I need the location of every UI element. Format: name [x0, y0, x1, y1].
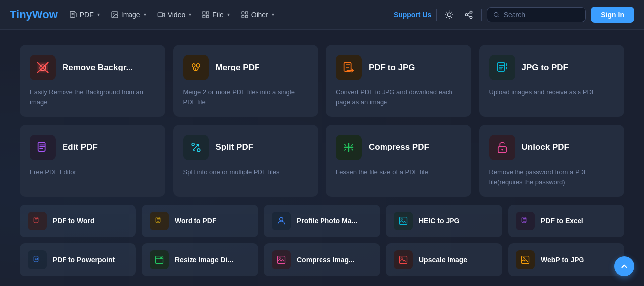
card-heic-to-jpg[interactable]: HEIC to JPG [386, 205, 502, 237]
card-desc-remove-bg: Easily Remove the Background from an ima… [30, 87, 155, 107]
svg-line-24 [468, 15, 470, 17]
svg-point-48 [279, 257, 280, 259]
card-pdf-to-excel[interactable]: PDF to Excel [508, 205, 624, 237]
sign-in-button[interactable]: Sign In [591, 7, 634, 23]
svg-point-21 [470, 11, 473, 13]
card-header: Unlock PDF [489, 135, 615, 160]
svg-line-16 [451, 17, 452, 17]
nav-item-video[interactable]: Video ▾ [152, 8, 196, 22]
card-word-to-pdf[interactable]: Word to PDF [142, 205, 258, 237]
theme-toggle-button[interactable] [442, 7, 456, 22]
card-edit-pdf[interactable]: Edit PDF Free PDF Editor [20, 125, 165, 197]
card-desc-split-pdf: Split into one or multiple PDF files [183, 167, 309, 177]
nav-label-video: Video [168, 11, 186, 19]
small-card-title-word-to-pdf: Word to PDF [175, 217, 217, 225]
small-card-title-resize-image: Resize Image Di... [175, 256, 233, 264]
svg-rect-8 [242, 12, 244, 14]
svg-line-27 [498, 16, 499, 17]
nav-item-other[interactable]: Other ▾ [236, 8, 279, 22]
card-header: JPG to PDF [489, 55, 615, 80]
chevron-up-icon [620, 262, 629, 271]
small-card-title-pdf-to-powerpoint: PDF to Powerpoint [53, 256, 115, 264]
card-title-remove-bg: Remove Backgr... [63, 63, 133, 72]
card-compress-image[interactable]: Compress Imag... [264, 243, 380, 276]
card-title-pdf-to-jpg: PDF to JPG [369, 63, 415, 72]
logo[interactable]: TinyWow [10, 8, 58, 21]
svg-rect-5 [207, 12, 209, 14]
card-title-unlock-pdf: Unlock PDF [522, 143, 569, 152]
small-card-title-webp-to-jpg: WebP to JPG [541, 256, 584, 264]
split-pdf-icon [183, 135, 209, 160]
nav-divider-1 [436, 9, 437, 21]
sun-icon [445, 10, 453, 19]
svg-point-41 [280, 217, 283, 221]
small-grid-row2: PDF to Powerpoint Resize Image Di... Com… [20, 243, 624, 276]
image-icon [111, 11, 119, 19]
card-webp-to-jpg[interactable]: WebP to JPG [508, 243, 624, 276]
card-desc-pdf-to-jpg: Convert PDF to JPG and download each pag… [336, 87, 461, 107]
svg-point-50 [401, 257, 402, 259]
resize-image-icon [150, 250, 169, 269]
video-icon [157, 11, 165, 19]
search-box[interactable] [487, 7, 586, 22]
card-pdf-to-powerpoint[interactable]: PDF to Powerpoint [20, 243, 136, 276]
card-merge-pdf[interactable]: Merge PDF Merge 2 or more PDF files into… [173, 45, 319, 117]
card-desc-merge-pdf: Merge 2 or more PDF files into a single … [183, 87, 309, 107]
nav-menu: PDF ▾ Image ▾ Video ▾ File ▾ Other ▾ [64, 8, 279, 22]
svg-point-12 [448, 13, 451, 17]
svg-line-19 [446, 17, 447, 17]
svg-point-36 [197, 149, 200, 152]
remove-bg-icon [30, 55, 56, 80]
search-input[interactable] [504, 11, 580, 19]
svg-point-52 [523, 257, 524, 259]
word-to-pdf-icon [150, 212, 169, 230]
main-content: Remove Backgr... Easily Remove the Backg… [0, 30, 644, 286]
small-card-title-profile-photo: Profile Photo Ma... [297, 217, 357, 225]
card-compress-pdf[interactable]: Compress PDF Lessen the file size of a P… [326, 125, 471, 197]
card-desc-jpg-to-pdf: Upload images and receive as a PDF [489, 87, 615, 97]
profile-photo-icon [272, 212, 291, 230]
small-card-title-heic-to-jpg: HEIC to JPG [419, 217, 459, 225]
svg-line-25 [468, 12, 470, 14]
nav-item-pdf[interactable]: PDF ▾ [64, 8, 105, 22]
merge-pdf-icon [183, 55, 209, 80]
nav-right: Support Us Sign In [394, 7, 634, 23]
card-remove-background[interactable]: Remove Backgr... Easily Remove the Backg… [20, 45, 165, 117]
card-split-pdf[interactable]: Split PDF Split into one or multiple PDF… [173, 125, 319, 197]
svg-point-31 [196, 64, 200, 67]
unlock-pdf-icon [489, 135, 515, 160]
nav-item-file[interactable]: File ▾ [197, 8, 235, 22]
card-header: Remove Backgr... [30, 55, 155, 80]
nav-divider-2 [481, 9, 482, 21]
file-icon [202, 11, 210, 19]
large-grid-row1: Remove Backgr... Easily Remove the Backg… [20, 45, 624, 117]
card-profile-photo[interactable]: Profile Photo Ma... [264, 205, 380, 237]
small-card-title-upscale-image: Upscale Image [419, 256, 467, 264]
share-button[interactable] [461, 7, 476, 22]
pdf-to-excel-icon [516, 212, 535, 230]
card-jpg-to-pdf[interactable]: JPG to PDF Upload images and receive as … [479, 45, 625, 117]
file-chevron: ▾ [227, 12, 230, 17]
svg-point-35 [192, 143, 194, 146]
svg-point-22 [466, 13, 468, 16]
svg-rect-4 [203, 12, 205, 14]
image-chevron: ▾ [144, 12, 146, 17]
svg-point-38 [501, 149, 503, 151]
card-upscale-image[interactable]: Upscale Image [386, 243, 502, 276]
logo-text-start: Tiny [10, 8, 32, 21]
large-grid-row2: Edit PDF Free PDF Editor Split PDF Split… [20, 125, 624, 197]
edit-pdf-icon [30, 135, 56, 160]
card-unlock-pdf[interactable]: Unlock PDF Remove the password from a PD… [479, 125, 625, 197]
scroll-to-top-button[interactable] [614, 256, 634, 276]
card-pdf-to-jpg[interactable]: PDF to JPG Convert PDF to JPG and downlo… [326, 45, 471, 117]
card-title-split-pdf: Split PDF [216, 143, 254, 152]
card-header: PDF to JPG [336, 55, 461, 80]
svg-rect-47 [278, 256, 285, 264]
card-pdf-to-word[interactable]: PDF to Word [20, 205, 136, 237]
svg-point-43 [401, 218, 402, 220]
support-us-link[interactable]: Support Us [394, 11, 431, 19]
nav-label-pdf: PDF [80, 11, 94, 19]
nav-item-image[interactable]: Image ▾ [106, 8, 151, 22]
card-resize-image[interactable]: Resize Image Di... [142, 243, 258, 276]
pdf-to-word-icon [28, 212, 47, 230]
